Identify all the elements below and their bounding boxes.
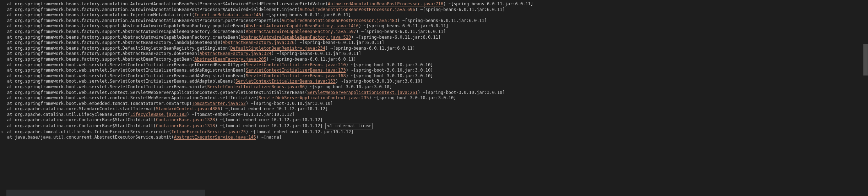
stack-frame: at org.apache.catalina.core.ContainerBas… (7, 123, 536, 129)
source-link[interactable]: ContainerBase.java:1318 (156, 123, 215, 128)
frame-qualified-name: org.apache.catalina.core.StandardContext… (15, 106, 153, 111)
jar-info: ~[spring-boot-3.0.10.jar:3.0.10] (348, 68, 433, 73)
frame-prefix: at (7, 106, 15, 111)
source-link[interactable]: AutowiredAnnotationBeanPostProcessor.jav… (300, 7, 415, 12)
paren-close: ) (346, 62, 348, 67)
stack-frame: at org.springframework.beans.factory.ann… (7, 18, 536, 24)
jar-info: ~[tomcat-embed-core-10.1.12.jar:10.1.12] (248, 129, 353, 134)
frame-prefix: at (7, 12, 15, 17)
jar-info: ~[spring-boot-3.0.10.jar:3.0.10] (371, 95, 456, 100)
source-link[interactable]: ContainerBase.java:1328 (156, 117, 215, 122)
jar-info: ~[spring-boot-3.0.10.jar:3.0.10] (307, 84, 392, 89)
frame-prefix: at (7, 62, 15, 67)
stack-frame: at org.springframework.beans.factory.sup… (7, 29, 536, 35)
source-link[interactable]: AbstractExecutorService.java:145 (174, 135, 256, 140)
stack-frame: at org.apache.tomcat.util.threads.Inline… (7, 129, 536, 135)
frame-prefix: at (7, 135, 15, 140)
paren-close: ) (220, 106, 223, 111)
jar-info: ~[tomcat-embed-core-10.1.12.jar:10.1.12] (223, 106, 328, 111)
frame-qualified-name: org.springframework.beans.factory.suppor… (15, 40, 220, 45)
source-link[interactable]: AbstractAutowireCapableBeanFactory.java:… (246, 23, 359, 28)
source-link[interactable]: AbstractBeanFactory.java:324 (200, 51, 271, 56)
source-link[interactable]: ServletWebServerApplicationContext.java:… (259, 95, 369, 100)
paren-close: ) (356, 29, 359, 34)
expand-fold-arrow-icon[interactable]: > (1, 130, 4, 134)
frame-prefix: at (7, 1, 15, 6)
frame-qualified-name: org.springframework.boot.web.servlet.Ser… (15, 79, 233, 84)
gutter: > (0, 0, 6, 196)
paren-close: ) (266, 57, 269, 62)
source-link[interactable]: TomcatStarter.java:52 (192, 101, 246, 106)
stack-frame: at org.apache.catalina.util.LifecycleBas… (7, 112, 536, 118)
frame-prefix: at (7, 95, 15, 100)
scrollbar-track[interactable] (863, 0, 868, 196)
source-link[interactable]: StandardContext.java:4886 (156, 106, 220, 111)
source-link[interactable]: InlineExecutorService.java:75 (171, 129, 246, 134)
frame-qualified-name: org.apache.catalina.core.ContainerBase$S… (15, 117, 153, 122)
paren-open: ( (243, 73, 246, 78)
source-link[interactable]: AbstractBeanFactory.java:326 (223, 40, 294, 45)
source-link[interactable]: ServletWebServerApplicationContext.java:… (307, 90, 418, 95)
jar-info: ~[spring-beans-6.0.11.jar:6.0.11] (328, 46, 415, 51)
frame-prefix: at (7, 40, 15, 45)
internal-lines-badge[interactable]: <1 internal line> (325, 123, 373, 129)
source-link[interactable]: InjectionMetadata.java:145 (194, 12, 261, 17)
paren-open: ( (243, 29, 246, 34)
stack-frame: at org.springframework.boot.web.servlet.… (7, 95, 536, 101)
source-link[interactable]: AbstractAutowireCapableBeanFactory.java:… (246, 29, 356, 34)
source-link[interactable]: AbstractBeanFactory.java:205 (194, 57, 266, 62)
paren-open: ( (297, 7, 299, 12)
stack-frame: at org.springframework.beans.factory.sup… (7, 35, 536, 40)
source-link[interactable]: ServletContextInitializerBeans.java:153 (235, 79, 336, 84)
stack-frame: at org.springframework.beans.factory.ann… (7, 12, 536, 18)
frame-qualified-name: org.springframework.boot.web.embedded.to… (15, 101, 189, 106)
stack-frame: at org.apache.catalina.core.StandardCont… (7, 106, 536, 112)
frame-prefix: at (7, 51, 15, 56)
frame-prefix: at (7, 123, 15, 128)
paren-close: ) (336, 79, 338, 84)
paren-close: ) (256, 135, 259, 140)
frame-prefix: at (7, 23, 15, 28)
scrollbar-thumb[interactable] (863, 44, 868, 75)
stack-frame: at org.springframework.beans.factory.sup… (7, 40, 536, 46)
source-link[interactable]: AutowiredAnnotationBeanPostProcessor.jav… (328, 1, 443, 6)
stack-frame: at org.springframework.boot.web.servlet.… (7, 68, 536, 73)
source-link[interactable]: ServletContextInitializerBeans.java:86 (207, 84, 305, 89)
frame-prefix: at (7, 84, 15, 89)
jar-info: ~[tomcat-embed-core-10.1.12.jar:10.1.12] (217, 117, 322, 122)
frame-prefix: at (7, 129, 15, 134)
frame-prefix: at (7, 35, 15, 40)
frame-prefix: at (7, 90, 15, 95)
paren-open: ( (256, 95, 259, 100)
source-link[interactable]: LifecycleBase.java:183 (130, 112, 187, 117)
paren-close: ) (187, 112, 189, 117)
stack-frame: at org.springframework.beans.factory.sup… (7, 23, 536, 29)
source-link[interactable]: AutowiredAnnotationBeanPostProcessor.jav… (282, 18, 397, 23)
jar-info: ~[spring-beans-6.0.11.jar:6.0.11] (269, 57, 356, 62)
source-link[interactable]: AbstractAutowireCapableBeanFactory.java:… (240, 35, 351, 40)
source-link[interactable]: ServletContextInitializerBeans.java:173 (246, 68, 346, 73)
jar-info: ~[spring-boot-3.0.10.jar:3.0.10] (338, 79, 423, 84)
jar-info: ~[spring-beans-6.0.11.jar:6.0.11] (400, 18, 487, 23)
frame-qualified-name: org.springframework.boot.web.servlet.con… (15, 90, 305, 95)
paren-open: ( (171, 135, 174, 140)
source-link[interactable]: ServletContextInitializerBeans.java:210 (246, 62, 346, 67)
frame-prefix: at (7, 117, 15, 122)
source-link[interactable]: DefaultSingletonBeanRegistry.java:234 (230, 46, 325, 51)
paren-close: ) (415, 7, 418, 12)
jar-info: ~[spring-boot-3.0.10.jar:3.0.10] (348, 62, 433, 67)
frame-qualified-name: org.springframework.beans.factory.suppor… (15, 35, 238, 40)
frame-prefix: at (7, 101, 15, 106)
frame-qualified-name: org.apache.catalina.core.ContainerBase$S… (15, 123, 153, 128)
jar-info: ~[tomcat-embed-core-10.1.12.jar:10.1.12] (189, 112, 294, 117)
stack-frame: at org.springframework.boot.web.embedded… (7, 101, 536, 107)
paren-close: ) (359, 23, 361, 28)
stack-frame: at org.springframework.boot.web.servlet.… (7, 84, 536, 90)
stack-frame: at org.springframework.boot.web.servlet.… (7, 62, 536, 68)
frame-qualified-name: org.springframework.boot.web.servlet.Ser… (15, 73, 243, 78)
paren-open: ( (233, 79, 235, 84)
paren-open: ( (243, 23, 246, 28)
frame-prefix: at (7, 57, 15, 62)
source-link[interactable]: ServletContextInitializerBeans.java:168 (246, 73, 346, 78)
frame-prefix: at (7, 29, 15, 34)
